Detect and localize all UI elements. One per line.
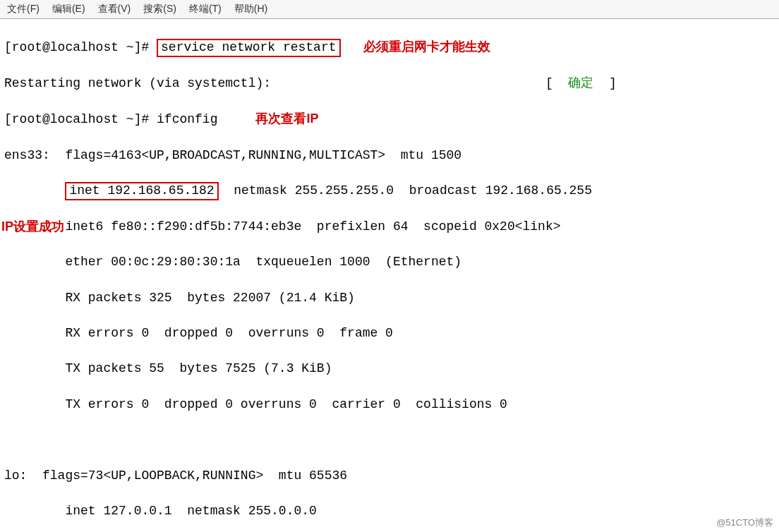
menu-view[interactable]: 查看(V) xyxy=(98,3,131,16)
ens33-ether: ether 00:0c:29:80:30:1a txqueuelen 1000 … xyxy=(4,253,775,271)
annotation-check-ip: 再次查看IP xyxy=(255,111,318,126)
status-ok: 确定 xyxy=(568,76,593,90)
menu-file[interactable]: 文件(F) xyxy=(7,3,40,16)
ens33-inet-rest: netmask 255.255.255.0 broadcast 192.168.… xyxy=(219,183,592,198)
menu-edit[interactable]: 编辑(E) xyxy=(52,3,85,16)
shell-prompt: [root@localhost ~]# xyxy=(4,40,157,54)
lo-header: lo: flags=73<UP,LOOPBACK,RUNNING> mtu 65… xyxy=(4,467,775,485)
cmd-ifconfig: ifconfig xyxy=(157,112,217,126)
watermark: @51CTO博客 xyxy=(716,516,773,529)
annotation-ip-success: IP设置成功 xyxy=(1,218,64,236)
ens33-tx-packets: TX packets 55 bytes 7525 (7.3 KiB) xyxy=(4,360,775,377)
cmd-service-restart: service network restart xyxy=(157,39,340,57)
ens33-rx-packets: RX packets 325 bytes 22007 (21.4 KiB) xyxy=(4,289,775,307)
ens33-header: ens33: flags=4163<UP,BROADCAST,RUNNING,M… xyxy=(4,147,775,164)
menu-help[interactable]: 帮助(H) xyxy=(234,3,267,16)
annotation-restart-required: 必须重启网卡才能生效 xyxy=(363,40,490,54)
status-bracket-l: [ xyxy=(545,76,568,90)
ens33-rx-errors: RX errors 0 dropped 0 overruns 0 frame 0 xyxy=(4,325,775,342)
shell-prompt: [root@localhost ~]# xyxy=(4,112,157,126)
menubar: 文件(F) 编辑(E) 查看(V) 搜索(S) 终端(T) 帮助(H) xyxy=(0,0,779,19)
lo-inet: inet 127.0.0.1 netmask 255.0.0.0 xyxy=(4,502,775,520)
terminal-output[interactable]: [root@localhost ~]# service network rest… xyxy=(0,19,779,532)
ens33-inet-box: inet 192.168.65.182 xyxy=(65,182,218,200)
menu-terminal[interactable]: 终端(T) xyxy=(189,3,222,16)
status-bracket-r: ] xyxy=(593,76,616,90)
menu-search[interactable]: 搜索(S) xyxy=(143,3,176,16)
ens33-inet6: inet6 fe80::f290:df5b:7744:eb3e prefixle… xyxy=(4,219,561,234)
ens33-tx-errors: TX errors 0 dropped 0 overruns 0 carrier… xyxy=(4,396,775,413)
restart-msg: Restarting network (via systemctl): xyxy=(4,76,271,90)
